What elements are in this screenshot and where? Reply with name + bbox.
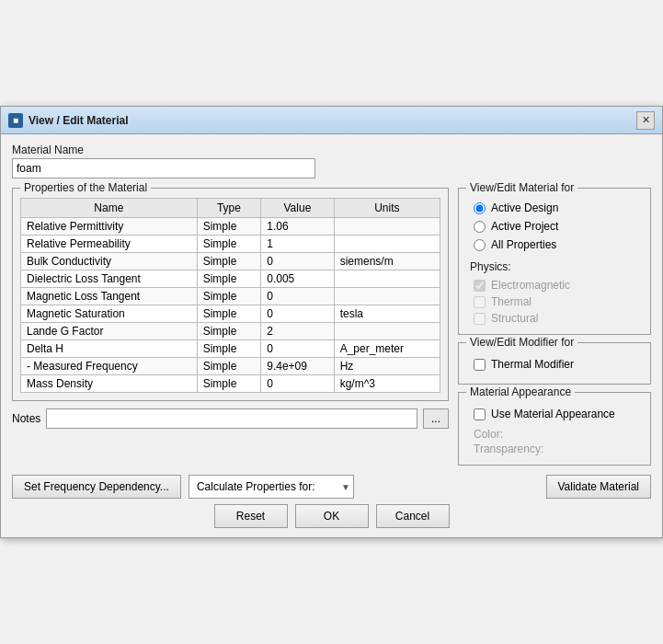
thermal-label: Thermal — [491, 295, 532, 308]
bottom-row2: Reset OK Cancel — [12, 504, 651, 528]
notes-browse-button[interactable]: ... — [423, 408, 449, 429]
table-row[interactable]: - Measured FrequencySimple9.4e+09Hz — [21, 358, 440, 375]
transparency-label: Transparency: — [474, 443, 635, 455]
calculate-dropdown[interactable]: Calculate Properties for: — [189, 475, 354, 499]
radio-group: Active Design Active Project All Propert… — [466, 198, 643, 255]
radio-active-design-label: Active Design — [491, 201, 558, 214]
material-appearance-title: Material Appearance — [466, 385, 575, 398]
radio-all-properties-input[interactable] — [474, 239, 486, 251]
cancel-button[interactable]: Cancel — [376, 504, 450, 528]
title-bar-left: ■ View / Edit Material — [8, 113, 128, 128]
radio-active-design[interactable]: Active Design — [474, 201, 635, 214]
physics-thermal[interactable]: Thermal — [466, 293, 643, 310]
left-panel: Properties of the Material Name Type Val… — [12, 188, 449, 466]
validate-material-button[interactable]: Validate Material — [546, 475, 652, 499]
close-button[interactable]: ✕ — [636, 111, 655, 130]
radio-active-project-input[interactable] — [474, 221, 486, 233]
notes-row: Notes ... — [12, 408, 449, 429]
app-icon: ■ — [8, 113, 23, 128]
properties-group: Properties of the Material Name Type Val… — [12, 188, 449, 401]
table-row[interactable]: Magnetic SaturationSimple0tesla — [21, 305, 440, 323]
electromagnetic-checkbox[interactable] — [474, 280, 486, 292]
notes-label: Notes — [12, 412, 40, 425]
radio-active-project-label: Active Project — [491, 220, 558, 233]
material-appearance-group: Material Appearance Use Material Appeara… — [458, 392, 651, 466]
material-name-input[interactable] — [12, 158, 315, 178]
view-edit-modifier-title: View/Edit Modifier for — [466, 336, 577, 349]
thermal-modifier-checkbox[interactable] — [474, 359, 486, 371]
physics-label: Physics: — [470, 260, 643, 273]
use-material-appearance-item[interactable]: Use Material Appearance — [466, 402, 643, 424]
table-row[interactable]: Relative PermittivitySimple1.06 — [21, 218, 440, 236]
radio-all-properties[interactable]: All Properties — [474, 238, 635, 251]
main-content: Properties of the Material Name Type Val… — [12, 188, 651, 466]
col-header-type: Type — [197, 199, 261, 218]
table-row[interactable]: Bulk ConductivitySimple0siemens/m — [21, 253, 440, 270]
set-frequency-button[interactable]: Set Frequency Dependency... — [12, 475, 181, 499]
thermal-modifier-item[interactable]: Thermal Modifier — [466, 352, 643, 376]
physics-structural[interactable]: Structural — [466, 310, 643, 327]
properties-group-title: Properties of the Material — [20, 181, 151, 194]
material-name-label: Material Name — [12, 144, 651, 156]
window-body: Material Name Properties of the Material… — [1, 134, 662, 537]
view-edit-material-group: View/Edit Material for Active Design Act… — [458, 188, 651, 335]
table-row[interactable]: Dielectric Loss TangentSimple0.005 — [21, 270, 440, 288]
notes-input[interactable] — [46, 408, 417, 429]
table-row[interactable]: Mass DensitySimple0kg/m^3 — [21, 375, 440, 393]
main-window: ■ View / Edit Material ✕ Material Name P… — [0, 106, 663, 538]
use-material-appearance-checkbox[interactable] — [474, 408, 486, 420]
radio-active-design-input[interactable] — [474, 202, 486, 214]
table-row[interactable]: Lande G FactorSimple2 — [21, 323, 440, 340]
right-panel: View/Edit Material for Active Design Act… — [458, 188, 651, 466]
ok-button[interactable]: OK — [295, 504, 369, 528]
title-bar: ■ View / Edit Material ✕ — [1, 107, 662, 134]
table-row[interactable]: Magnetic Loss TangentSimple0 — [21, 288, 440, 305]
col-header-name: Name — [21, 199, 198, 218]
color-label: Color: — [474, 428, 635, 441]
electromagnetic-label: Electromagnetic — [491, 279, 570, 292]
table-row[interactable]: Relative PermeabilitySimple1 — [21, 236, 440, 253]
reset-button[interactable]: Reset — [214, 504, 288, 528]
radio-all-properties-label: All Properties — [491, 238, 556, 251]
radio-active-project[interactable]: Active Project — [474, 220, 635, 233]
view-edit-material-title: View/Edit Material for — [466, 181, 577, 194]
thermal-modifier-label: Thermal Modifier — [491, 358, 574, 371]
table-row[interactable]: Delta HSimple0A_per_meter — [21, 340, 440, 358]
bottom-row1: Set Frequency Dependency... Calculate Pr… — [12, 475, 651, 499]
properties-table: Name Type Value Units Relative Permittiv… — [20, 198, 440, 393]
window-title: View / Edit Material — [29, 114, 128, 127]
physics-electromagnetic[interactable]: Electromagnetic — [466, 277, 643, 293]
view-edit-modifier-group: View/Edit Modifier for Thermal Modifier — [458, 342, 651, 385]
structural-checkbox[interactable] — [474, 313, 486, 325]
col-header-units: Units — [334, 199, 440, 218]
calculate-dropdown-wrapper: Calculate Properties for: ▼ — [189, 475, 354, 499]
use-material-appearance-label: Use Material Appearance — [491, 408, 615, 420]
col-header-value: Value — [261, 199, 334, 218]
thermal-checkbox[interactable] — [474, 296, 486, 308]
structural-label: Structural — [491, 312, 538, 325]
